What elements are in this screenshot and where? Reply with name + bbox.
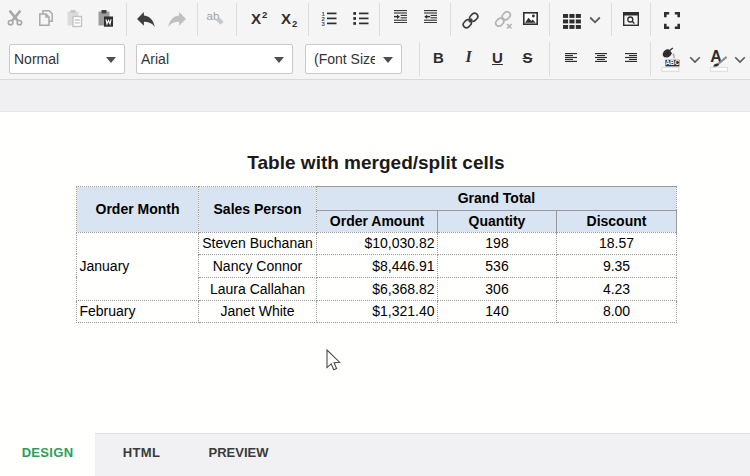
svg-text:2: 2 [292,18,297,28]
svg-text:X: X [251,10,261,27]
svg-text:X: X [281,10,291,27]
svg-text:3: 3 [322,21,326,26]
svg-text:2: 2 [262,9,267,20]
svg-text:ABC: ABC [665,59,679,66]
